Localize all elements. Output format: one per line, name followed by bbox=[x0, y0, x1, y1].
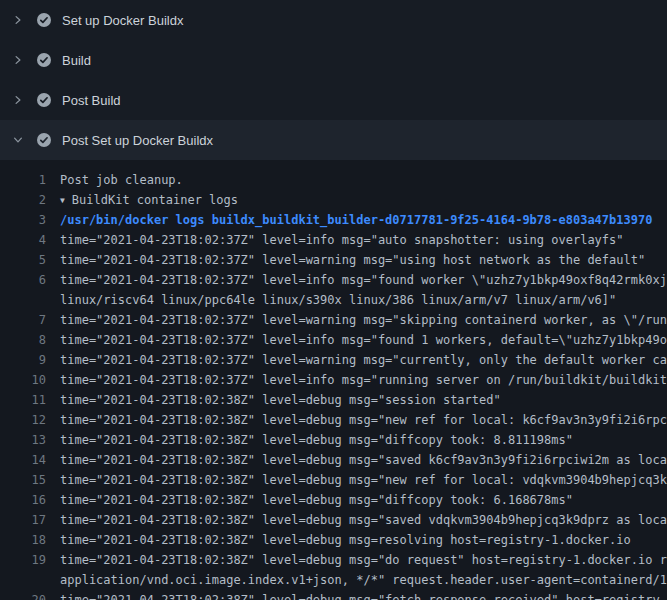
chevron-right-icon bbox=[10, 12, 26, 28]
line-number[interactable]: 7 bbox=[0, 310, 46, 330]
line-number[interactable]: 11 bbox=[0, 390, 46, 410]
log-line: 20 time="2021-04-23T18:02:38Z" level=deb… bbox=[0, 590, 667, 600]
chevron-right-icon bbox=[10, 92, 26, 108]
log-line: 3 /usr/bin/docker logs buildx_buildkit_b… bbox=[0, 210, 667, 230]
step-title: Post Set up Docker Buildx bbox=[62, 133, 213, 148]
line-number bbox=[0, 290, 46, 310]
check-circle-icon bbox=[36, 92, 52, 108]
log-output-area: 1 Post job cleanup. 2 ▼BuildKit containe… bbox=[0, 160, 667, 600]
line-number[interactable]: 3 bbox=[0, 210, 46, 230]
log-text: time="2021-04-23T18:02:38Z" level=debug … bbox=[46, 450, 667, 470]
line-number[interactable]: 18 bbox=[0, 530, 46, 550]
log-text: time="2021-04-23T18:02:37Z" level=info m… bbox=[46, 370, 667, 390]
line-number[interactable]: 17 bbox=[0, 510, 46, 530]
log-line: 16 time="2021-04-23T18:02:38Z" level=deb… bbox=[0, 490, 667, 510]
line-number[interactable]: 13 bbox=[0, 430, 46, 450]
log-line: 8 time="2021-04-23T18:02:37Z" level=info… bbox=[0, 330, 667, 350]
chevron-down-icon bbox=[10, 132, 26, 148]
step-header-post-build[interactable]: Post Build bbox=[0, 80, 667, 120]
line-number bbox=[0, 570, 46, 590]
log-text: time="2021-04-23T18:02:37Z" level=info m… bbox=[46, 270, 667, 290]
log-line: 19 time="2021-04-23T18:02:38Z" level=deb… bbox=[0, 550, 667, 570]
log-group-header[interactable]: 2 ▼BuildKit container logs bbox=[0, 190, 667, 210]
log-text: time="2021-04-23T18:02:38Z" level=debug … bbox=[46, 470, 667, 490]
log-line-wrap: application/vnd.oci.image.index.v1+json,… bbox=[0, 570, 667, 590]
line-number[interactable]: 19 bbox=[0, 550, 46, 570]
log-line: 4 time="2021-04-23T18:02:37Z" level=info… bbox=[0, 230, 667, 250]
log-text: application/vnd.oci.image.index.v1+json,… bbox=[46, 570, 667, 590]
log-line: 5 time="2021-04-23T18:02:37Z" level=warn… bbox=[0, 250, 667, 270]
check-circle-icon bbox=[36, 132, 52, 148]
log-line-wrap: linux/riscv64 linux/ppc64le linux/s390x … bbox=[0, 290, 667, 310]
line-number[interactable]: 1 bbox=[0, 170, 46, 190]
log-line: 11 time="2021-04-23T18:02:38Z" level=deb… bbox=[0, 390, 667, 410]
group-expanded-icon: ▼ bbox=[60, 191, 65, 210]
line-number[interactable]: 8 bbox=[0, 330, 46, 350]
log-line: 6 time="2021-04-23T18:02:37Z" level=info… bbox=[0, 270, 667, 290]
log-line: 18 time="2021-04-23T18:02:38Z" level=deb… bbox=[0, 530, 667, 550]
log-line: 14 time="2021-04-23T18:02:38Z" level=deb… bbox=[0, 450, 667, 470]
step-header-build[interactable]: Build bbox=[0, 40, 667, 80]
log-group-label: ▼BuildKit container logs bbox=[46, 190, 667, 210]
log-line: 1 Post job cleanup. bbox=[0, 170, 667, 190]
log-text: time="2021-04-23T18:02:38Z" level=debug … bbox=[46, 490, 667, 510]
log-text: time="2021-04-23T18:02:37Z" level=warnin… bbox=[46, 350, 667, 370]
line-number[interactable]: 20 bbox=[0, 590, 46, 600]
step-title: Build bbox=[62, 53, 91, 68]
log-line: 13 time="2021-04-23T18:02:38Z" level=deb… bbox=[0, 430, 667, 450]
log-line: 17 time="2021-04-23T18:02:38Z" level=deb… bbox=[0, 510, 667, 530]
line-number[interactable]: 14 bbox=[0, 450, 46, 470]
line-number[interactable]: 15 bbox=[0, 470, 46, 490]
actions-log-viewer: Set up Docker Buildx Build Post Build Po… bbox=[0, 0, 667, 600]
log-text: time="2021-04-23T18:02:38Z" level=debug … bbox=[46, 590, 667, 600]
log-text: time="2021-04-23T18:02:37Z" level=warnin… bbox=[46, 310, 667, 330]
line-number[interactable]: 2 bbox=[0, 190, 46, 210]
check-circle-icon bbox=[36, 52, 52, 68]
log-text: time="2021-04-23T18:02:37Z" level=info m… bbox=[46, 230, 667, 250]
log-line: 15 time="2021-04-23T18:02:38Z" level=deb… bbox=[0, 470, 667, 490]
log-text: time="2021-04-23T18:02:37Z" level=warnin… bbox=[46, 250, 667, 270]
line-number[interactable]: 9 bbox=[0, 350, 46, 370]
line-number[interactable]: 6 bbox=[0, 270, 46, 290]
check-circle-icon bbox=[36, 12, 52, 28]
step-title: Post Build bbox=[62, 93, 121, 108]
log-line: 10 time="2021-04-23T18:02:37Z" level=inf… bbox=[0, 370, 667, 390]
log-text: time="2021-04-23T18:02:38Z" level=debug … bbox=[46, 390, 667, 410]
log-text: time="2021-04-23T18:02:38Z" level=debug … bbox=[46, 430, 667, 450]
log-text: linux/riscv64 linux/ppc64le linux/s390x … bbox=[46, 290, 667, 310]
log-text: time="2021-04-23T18:02:38Z" level=debug … bbox=[46, 410, 667, 430]
line-number[interactable]: 5 bbox=[0, 250, 46, 270]
line-number[interactable]: 4 bbox=[0, 230, 46, 250]
log-line: 7 time="2021-04-23T18:02:37Z" level=warn… bbox=[0, 310, 667, 330]
chevron-right-icon bbox=[10, 52, 26, 68]
log-text: time="2021-04-23T18:02:38Z" level=debug … bbox=[46, 550, 667, 570]
log-text: time="2021-04-23T18:02:38Z" level=debug … bbox=[46, 510, 667, 530]
group-title: BuildKit container logs bbox=[72, 193, 238, 207]
line-number[interactable]: 16 bbox=[0, 490, 46, 510]
step-header-post-set-up-docker-buildx[interactable]: Post Set up Docker Buildx bbox=[0, 120, 667, 160]
log-text: Post job cleanup. bbox=[46, 170, 667, 190]
step-title: Set up Docker Buildx bbox=[62, 13, 183, 28]
log-text: time="2021-04-23T18:02:38Z" level=debug … bbox=[46, 530, 667, 550]
command-text: /usr/bin/docker logs buildx_buildkit_bui… bbox=[46, 210, 667, 230]
line-number[interactable]: 12 bbox=[0, 410, 46, 430]
log-line: 9 time="2021-04-23T18:02:37Z" level=warn… bbox=[0, 350, 667, 370]
line-number[interactable]: 10 bbox=[0, 370, 46, 390]
log-text: time="2021-04-23T18:02:37Z" level=info m… bbox=[46, 330, 667, 350]
log-line: 12 time="2021-04-23T18:02:38Z" level=deb… bbox=[0, 410, 667, 430]
step-header-set-up-docker-buildx[interactable]: Set up Docker Buildx bbox=[0, 0, 667, 40]
